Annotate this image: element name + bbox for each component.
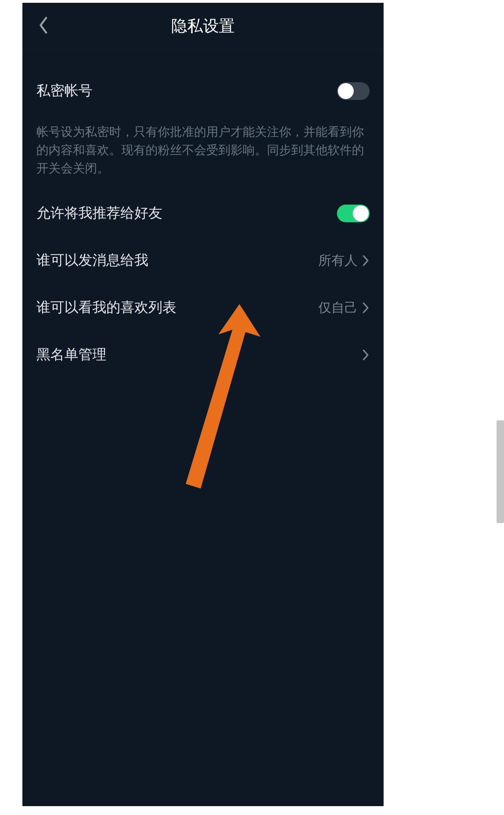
- chevron-right-icon: [362, 348, 370, 361]
- setting-label: 谁可以看我的喜欢列表: [36, 298, 176, 317]
- header: 隐私设置: [22, 3, 384, 50]
- setting-who-can-message[interactable]: 谁可以发消息给我 所有人: [36, 237, 370, 284]
- app-container: 隐私设置 私密帐号 帐号设为私密时，只有你批准的用户才能关注你，并能看到你的内容…: [22, 3, 384, 806]
- toggle-recommend-to-friends[interactable]: [337, 205, 370, 222]
- setting-who-can-see-likes[interactable]: 谁可以看我的喜欢列表 仅自己: [36, 284, 370, 331]
- row-right: 仅自己: [318, 299, 370, 317]
- setting-label: 私密帐号: [36, 81, 92, 100]
- toggle-private-account[interactable]: [337, 82, 370, 100]
- scrollbar-thumb[interactable]: [497, 420, 504, 523]
- setting-label: 允许将我推荐给好友: [36, 204, 162, 223]
- setting-blacklist[interactable]: 黑名单管理: [36, 331, 370, 378]
- setting-private-account[interactable]: 私密帐号: [36, 67, 370, 114]
- setting-label: 黑名单管理: [36, 345, 106, 364]
- setting-label: 谁可以发消息给我: [36, 251, 148, 270]
- settings-content: 私密帐号 帐号设为私密时，只有你批准的用户才能关注你，并能看到你的内容和喜欢。现…: [22, 67, 384, 378]
- row-right: [362, 348, 370, 361]
- setting-value: 所有人: [318, 252, 357, 269]
- row-right: 所有人: [318, 252, 370, 269]
- chevron-right-icon: [362, 301, 370, 314]
- setting-recommend-to-friends[interactable]: 允许将我推荐给好友: [36, 190, 370, 237]
- toggle-knob: [338, 83, 354, 99]
- chevron-right-icon: [362, 254, 370, 267]
- toggle-knob: [353, 206, 369, 221]
- setting-value: 仅自己: [318, 299, 357, 317]
- chevron-left-icon: [37, 16, 49, 36]
- back-button[interactable]: [32, 14, 55, 38]
- page-title: 隐私设置: [171, 15, 235, 37]
- private-account-description: 帐号设为私密时，只有你批准的用户才能关注你，并能看到你的内容和喜欢。现有的粉丝不…: [36, 114, 370, 190]
